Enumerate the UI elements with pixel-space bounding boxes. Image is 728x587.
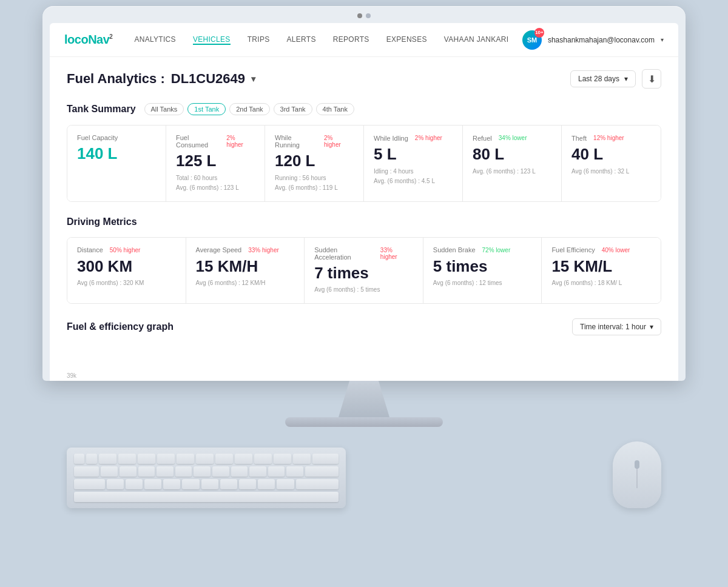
metric-badge: 72% lower [479, 246, 514, 254]
tank-tab-1st[interactable]: 1st Tank [187, 103, 226, 115]
page-title: Fuel Analytics : DL1CU2649 ▾ [67, 71, 255, 87]
metric-badge: 33% higher [245, 246, 282, 254]
metric-label: Refuel [473, 135, 492, 142]
monitor-bezel: locoNav2 ANALYTICS VEHICLES TRIPS ALERTS… [42, 6, 686, 381]
metric-label: Fuel Efficiency [551, 246, 595, 253]
navbar: locoNav2 ANALYTICS VEHICLES TRIPS ALERTS… [50, 23, 678, 57]
tank-tab-3rd[interactable]: 3rd Tank [274, 103, 312, 115]
mouse [613, 441, 661, 508]
fuel-graph-section: Fuel & efficiency graph Time interval: 1… [67, 318, 661, 335]
metric-while-idling: While Idling 2% higher 5 L Idling : 4 ho… [364, 126, 463, 201]
metric-refuel: Refuel 34% lower 80 L Avg. (6 months) : … [463, 126, 562, 201]
metric-badge: 33% higher [377, 246, 413, 261]
main-content: Fuel Analytics : DL1CU2649 ▾ Last 28 day… [50, 57, 678, 381]
tank-summary-section: Tank Summary All Tanks 1st Tank 2nd Tank… [67, 103, 661, 202]
metric-sudden-accel: Sudden Acceleration 33% higher 7 times A… [305, 238, 423, 304]
driving-metrics-title: Driving Metrics [67, 216, 137, 227]
metric-value: 80 L [473, 146, 551, 163]
date-filter[interactable]: Last 28 days ▾ [570, 70, 636, 87]
metric-fuel-consumed: Fuel Consumed 2% higher 125 L Total : 60… [166, 126, 265, 201]
time-filter-chevron: ▾ [650, 323, 653, 331]
fuel-analytics-label: Fuel Analytics : [67, 71, 165, 87]
nav-analytics[interactable]: ANALYTICS [134, 35, 176, 45]
tank-tab-2nd[interactable]: 2nd Tank [229, 103, 269, 115]
nav-vahaan[interactable]: VAHAAN JANKARI [444, 35, 509, 45]
metric-badge: 2% higher [321, 134, 354, 149]
metric-sub: Total : 60 hours Avg. (6 months) : 123 L [176, 173, 255, 193]
metric-badge: 34% lower [496, 134, 530, 142]
tank-summary-title: Tank Summary [67, 104, 136, 115]
keyboard [67, 448, 346, 508]
tank-tabs: All Tanks 1st Tank 2nd Tank 3rd Tank 4th… [144, 103, 354, 115]
metric-value: 15 KM/H [196, 258, 295, 275]
graph-y-label: 39k [67, 372, 76, 379]
metric-label-row: Sudden Acceleration 33% higher [314, 246, 413, 261]
nav-right: SM 10+ shashankmahajan@loconav.com ▾ [522, 30, 664, 50]
metric-label: Sudden Brake [433, 246, 476, 253]
metric-label-row: Sudden Brake 72% lower [433, 246, 532, 254]
metric-value: 5 L [374, 146, 453, 163]
tank-tab-4th[interactable]: 4th Tank [316, 103, 354, 115]
avatar: SM 10+ [522, 30, 542, 50]
metric-value: 125 L [176, 152, 255, 170]
download-button[interactable]: ⬇ [642, 69, 661, 89]
tank-summary-header: Tank Summary All Tanks 1st Tank 2nd Tank… [67, 103, 661, 115]
graph-placeholder: 39k [67, 343, 661, 379]
metric-theft: Theft 12% higher 40 L Avg (6 months) : 3… [562, 126, 661, 201]
metric-sub: Avg (6 months) : 18 KM/ L [551, 278, 651, 288]
metric-label-row: Distance 50% higher [77, 246, 176, 254]
monitor-dots [50, 13, 678, 18]
metric-value: 15 KM/L [551, 258, 651, 275]
vehicle-dropdown-icon[interactable]: ▾ [251, 74, 255, 84]
metric-value: 140 L [77, 145, 156, 163]
nav-expenses[interactable]: EXPENSES [386, 35, 427, 45]
fuel-graph-title: Fuel & efficiency graph [67, 321, 174, 332]
monitor-screen: locoNav2 ANALYTICS VEHICLES TRIPS ALERTS… [50, 23, 678, 381]
metric-label: Sudden Acceleration [314, 246, 374, 261]
metric-label: While Running [275, 134, 317, 149]
tank-metrics-grid: Fuel Capacity 140 L Fuel Consumed 2% hig… [67, 125, 661, 202]
vehicle-id: DL1CU2649 [171, 71, 245, 87]
metric-sub: Avg (6 months) : 32 L [571, 167, 651, 176]
chevron-down-icon[interactable]: ▾ [661, 36, 664, 43]
time-filter[interactable]: Time interval: 1 hour ▾ [572, 318, 661, 335]
metric-label: Average Speed [196, 246, 242, 253]
metric-sub: Avg (6 months) : 320 KM [77, 278, 176, 288]
mouse-scroll-wheel [635, 460, 639, 469]
metric-avg-speed: Average Speed 33% higher 15 KM/H Avg (6 … [186, 238, 305, 304]
metric-sub: Avg. (6 months) : 123 L [473, 167, 551, 176]
driving-metrics-header: Driving Metrics [67, 216, 661, 227]
monitor-stand [328, 381, 400, 417]
metric-value: 5 times [433, 258, 532, 275]
header-right: Last 28 days ▾ ⬇ [570, 69, 661, 89]
monitor-base [285, 417, 443, 427]
page-header: Fuel Analytics : DL1CU2649 ▾ Last 28 day… [67, 69, 661, 89]
mouse-divider [637, 468, 638, 488]
metric-badge: 50% higher [107, 246, 144, 254]
user-email: shashankmahajan@loconav.com [548, 36, 655, 44]
metric-label-row: Average Speed 33% higher [196, 246, 295, 254]
metric-value: 40 L [571, 146, 651, 163]
date-filter-label: Last 28 days [578, 75, 619, 83]
monitor-shell: locoNav2 ANALYTICS VEHICLES TRIPS ALERTS… [42, 6, 686, 508]
tank-tab-all[interactable]: All Tanks [144, 103, 184, 115]
metric-sub: Avg (6 months) : 12 KM/H [196, 278, 295, 288]
nav-trips[interactable]: TRIPS [248, 35, 270, 45]
metric-fuel-capacity: Fuel Capacity 140 L [67, 126, 166, 201]
metric-distance: Distance 50% higher 300 KM Avg (6 months… [67, 238, 186, 304]
nav-alerts[interactable]: ALERTS [287, 35, 316, 45]
metric-sub: Avg (6 months) : 5 times [314, 285, 413, 295]
metric-value: 300 KM [77, 258, 176, 275]
metric-sub: Avg (6 months) : 12 times [433, 278, 532, 288]
metric-label: Distance [77, 246, 103, 253]
nav-vehicles[interactable]: VEHICLES [193, 35, 231, 45]
metric-sub: Idling : 4 hours Avg. (6 months) : 4.5 L [374, 167, 453, 186]
avatar-badge: 10+ [534, 28, 544, 38]
metric-fuel-efficiency: Fuel Efficiency 40% lower 15 KM/L Avg (6… [542, 238, 661, 304]
metric-label: Theft [571, 135, 587, 142]
metric-label-row: Fuel Efficiency 40% lower [551, 246, 651, 254]
nav-reports[interactable]: REPORTS [333, 35, 369, 45]
time-filter-label: Time interval: 1 hour [580, 323, 646, 331]
metric-label-row: While Idling 2% higher [374, 134, 453, 142]
metric-label: Fuel Capacity [77, 134, 118, 141]
